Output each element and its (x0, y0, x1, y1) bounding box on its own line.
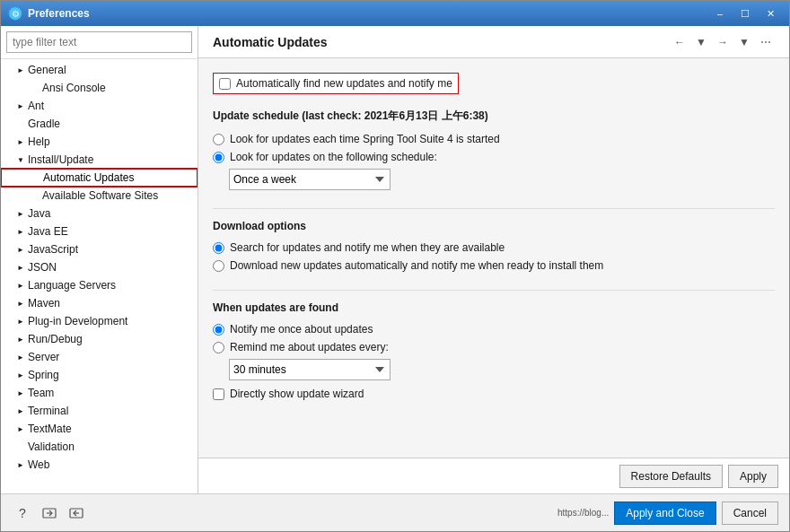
help-button[interactable]: ? (12, 502, 33, 524)
restore-defaults-button[interactable]: Restore Defaults (619, 465, 723, 488)
sidebar-item-run-debug[interactable]: ► Run/Debug (1, 330, 198, 348)
header-icons: ← ▼ → ▼ ⋯ (671, 33, 775, 51)
sidebar-item-install-update[interactable]: ▼ Install/Update (1, 151, 198, 169)
filter-input[interactable] (6, 31, 192, 53)
leaf-spacer (31, 172, 41, 183)
content-header: Automatic Updates ← ▼ → ▼ ⋯ (198, 26, 789, 58)
content-footer: Restore Defaults Apply (198, 458, 789, 493)
remind-dropdown-row: 30 minutes 1 hour 2 hours (229, 359, 775, 380)
footer-left: ? (12, 502, 87, 524)
sidebar-item-plugin-development[interactable]: ► Plug-in Development (1, 312, 198, 330)
download-title: Download options (213, 220, 775, 232)
schedule-option-1: Look for updates on the following schedu… (213, 151, 775, 163)
show-wizard-checkbox[interactable] (213, 388, 224, 400)
download-label-0: Search for updates and notify me when th… (230, 241, 505, 254)
dropdown2-button[interactable]: ▼ (735, 33, 753, 51)
sidebar-item-validation[interactable]: Validation (1, 438, 198, 456)
download-option-0: Search for updates and notify me when th… (213, 241, 775, 254)
expand-arrow: ▼ (15, 154, 26, 165)
cancel-button[interactable]: Cancel (722, 501, 778, 525)
sidebar-item-ant[interactable]: ► Ant (1, 97, 198, 115)
expand-arrow: ► (15, 352, 26, 362)
title-bar: ⚙ Preferences – ☐ ✕ (1, 1, 789, 26)
sidebar-item-java[interactable]: ► Java (1, 205, 198, 222)
sidebar-item-team[interactable]: ► Team (1, 384, 198, 402)
when-found-radio-1[interactable] (213, 342, 224, 353)
schedule-option-0: Look for updates each time Spring Tool S… (213, 133, 775, 145)
expand-arrow: ► (15, 423, 26, 434)
import-button[interactable] (66, 502, 87, 524)
apply-and-close-button[interactable]: Apply and Close (614, 501, 715, 525)
window-title: Preferences (28, 7, 703, 20)
divider-1 (213, 208, 775, 209)
sidebar-item-textmate[interactable]: ► TextMate (1, 420, 198, 438)
sidebar: ► General Ansi Console ► Ant Gradle ► (1, 26, 198, 493)
app-icon: ⚙ (8, 6, 22, 21)
sidebar-item-javascript[interactable]: ► JavaScript (1, 240, 198, 258)
sidebar-item-general[interactable]: ► General (1, 61, 198, 79)
forward-button[interactable]: → (714, 33, 732, 51)
expand-arrow: ► (15, 226, 26, 237)
back-button[interactable]: ← (671, 33, 689, 51)
when-found-label-1: Remind me about updates every: (230, 341, 389, 353)
sidebar-item-spring[interactable]: ► Spring (1, 366, 198, 384)
schedule-dropdown[interactable]: Once a week Every day Every week (229, 169, 391, 190)
sidebar-item-terminal[interactable]: ► Terminal (1, 402, 198, 420)
sidebar-item-gradle[interactable]: Gradle (1, 115, 198, 133)
expand-arrow: ► (15, 280, 26, 291)
divider-2 (213, 290, 775, 291)
maximize-button[interactable]: ☐ (733, 4, 757, 22)
schedule-radio-0[interactable] (213, 134, 224, 145)
filter-box (1, 26, 198, 59)
when-found-radio-0[interactable] (213, 324, 224, 336)
url-label: https://blog... (557, 508, 609, 518)
expand-arrow: ► (15, 244, 26, 255)
auto-notify-checkbox[interactable] (219, 78, 231, 90)
sidebar-item-maven[interactable]: ► Maven (1, 294, 198, 312)
expand-arrow: ► (15, 406, 26, 416)
show-wizard-label: Directly show update wizard (230, 388, 364, 400)
window-controls: – ☐ ✕ (708, 4, 782, 22)
apply-button[interactable]: Apply (728, 465, 778, 488)
main-area: ► General Ansi Console ► Ant Gradle ► (1, 26, 789, 493)
close-button[interactable]: ✕ (759, 4, 782, 22)
download-section: Download options Search for updates and … (213, 220, 775, 272)
download-radio-0[interactable] (213, 242, 224, 254)
expand-arrow: ► (15, 65, 26, 75)
leaf-spacer (15, 441, 26, 452)
expand-arrow: ► (15, 136, 26, 147)
sidebar-item-language-servers[interactable]: ► Language Servers (1, 276, 198, 294)
expand-arrow: ► (15, 459, 26, 470)
dropdown-button[interactable]: ▼ (692, 33, 710, 51)
sidebar-item-json[interactable]: ► JSON (1, 258, 198, 276)
sidebar-item-automatic-updates[interactable]: Automatic Updates (1, 169, 198, 187)
expand-arrow: ► (15, 370, 26, 380)
sidebar-item-available-software-sites[interactable]: Available Software Sites (1, 187, 198, 205)
sidebar-item-web[interactable]: ► Web (1, 456, 198, 474)
minimize-button[interactable]: – (708, 4, 732, 22)
sidebar-item-java-ee[interactable]: ► Java EE (1, 222, 198, 240)
show-wizard-row: Directly show update wizard (213, 388, 775, 400)
footer-right: https://blog... Apply and Close Cancel (557, 501, 778, 525)
schedule-label-1: Look for updates on the following schedu… (230, 151, 437, 163)
content-title: Automatic Updates (213, 35, 328, 49)
expand-arrow: ► (15, 262, 26, 273)
schedule-title: Update schedule (last check: 2021年6月13日 … (213, 109, 775, 124)
schedule-radio-1[interactable] (213, 152, 224, 163)
content-area: Automatic Updates ← ▼ → ▼ ⋯ Automaticall… (198, 26, 789, 493)
download-radio-1[interactable] (213, 260, 224, 272)
schedule-dropdown-row: Once a week Every day Every week (229, 169, 775, 190)
download-option-1: Download new updates automatically and n… (213, 259, 775, 272)
leaf-spacer (30, 190, 40, 201)
export-button[interactable] (39, 502, 60, 524)
when-found-section: When updates are found Notify me once ab… (213, 301, 775, 400)
more-button[interactable]: ⋯ (757, 33, 775, 51)
auto-notify-row: Automatically find new updates and notif… (213, 73, 459, 94)
svg-text:⚙: ⚙ (12, 9, 20, 19)
when-found-title: When updates are found (213, 301, 775, 314)
expand-arrow: ► (15, 208, 26, 219)
sidebar-item-help[interactable]: ► Help (1, 133, 198, 151)
sidebar-item-server[interactable]: ► Server (1, 348, 198, 366)
remind-dropdown[interactable]: 30 minutes 1 hour 2 hours (229, 359, 391, 380)
sidebar-item-ansi-console[interactable]: Ansi Console (1, 79, 198, 97)
